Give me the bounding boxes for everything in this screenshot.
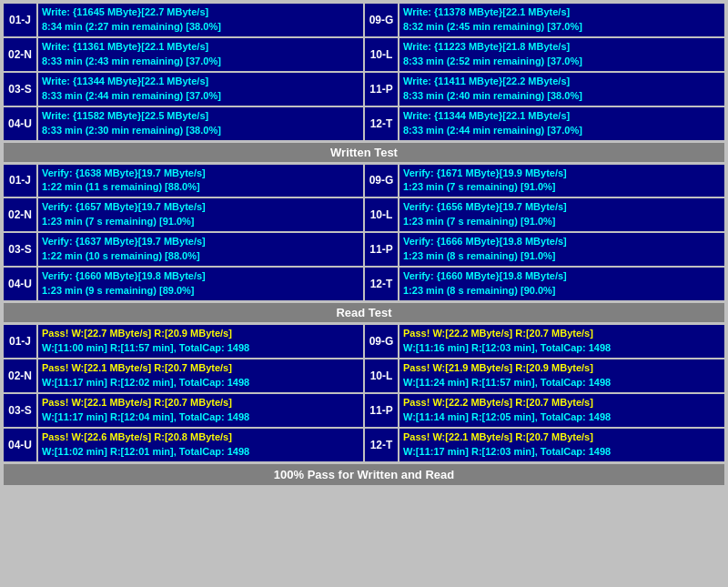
pass-line2: W:[11:16 min] R:[12:03 min], TotalCap: 1… [403, 341, 721, 356]
cell-left: 01-JPass! W:[22.7 MByte/s] R:[20.9 MByte… [4, 325, 363, 358]
drive-label: 01-J [4, 4, 38, 36]
pass-line2: W:[11:17 min] R:[12:02 min], TotalCap: 1… [42, 376, 359, 390]
drive-label: 03-S [4, 233, 38, 266]
cell-right: 12-TWrite: {11344 MByte}[22.1 MByte/s]8:… [365, 107, 724, 140]
cell-left: 04-UVerify: {1660 MByte}[19.8 MByte/s]1:… [4, 268, 363, 300]
data-line1: Write: {11344 MByte}[22.1 MByte/s] [42, 75, 359, 89]
cell-content: Write: {11411 MByte}[22.2 MByte/s]8:33 m… [399, 73, 724, 106]
cell-content: Verify: {1660 MByte}[19.8 MByte/s]1:23 m… [399, 268, 724, 300]
pass-line1: Pass! W:[22.1 MByte/s] R:[20.7 MByte/s] [42, 396, 359, 410]
table-row: 01-JWrite: {11645 MByte}[22.7 MByte/s]8:… [4, 4, 724, 36]
data-line1: Verify: {1637 MByte}[19.7 MByte/s] [42, 235, 359, 249]
cell-content: Pass! W:[22.6 MByte/s] R:[20.8 MByte/s]W… [38, 429, 363, 461]
drive-label: 02-N [4, 38, 38, 71]
read-rows: 01-JPass! W:[22.7 MByte/s] R:[20.9 MByte… [4, 325, 724, 461]
table-row: 01-JPass! W:[22.7 MByte/s] R:[20.9 MByte… [4, 325, 724, 358]
data-line1: Verify: {1660 MByte}[19.8 MByte/s] [42, 269, 359, 284]
drive-label: 04-U [4, 429, 38, 461]
cell-right: 09-GVerify: {1671 MByte}[19.9 MByte/s]1:… [365, 165, 724, 197]
table-row: 03-SPass! W:[22.1 MByte/s] R:[20.7 MByte… [4, 394, 724, 427]
data-line1: Write: {11344 MByte}[22.1 MByte/s] [403, 109, 721, 124]
cell-content: Pass! W:[22.7 MByte/s] R:[20.9 MByte/s]W… [38, 325, 363, 358]
cell-right: 10-LWrite: {11223 MByte}[21.8 MByte/s]8:… [365, 38, 724, 71]
cell-content: Write: {11223 MByte}[21.8 MByte/s]8:33 m… [399, 38, 724, 71]
cell-left: 02-NVerify: {1657 MByte}[19.7 MByte/s]1:… [4, 198, 363, 231]
cell-content: Pass! W:[22.2 MByte/s] R:[20.7 MByte/s]W… [399, 394, 724, 427]
table-row: 01-JVerify: {1638 MByte}[19.7 MByte/s]1:… [4, 165, 724, 197]
table-row: 04-UVerify: {1660 MByte}[19.8 MByte/s]1:… [4, 268, 724, 300]
pass-line1: Pass! W:[22.7 MByte/s] R:[20.9 MByte/s] [42, 327, 359, 341]
drive-label: 02-N [4, 198, 38, 231]
cell-content: Pass! W:[22.1 MByte/s] R:[20.7 MByte/s]W… [38, 359, 363, 392]
cell-left: 03-SPass! W:[22.1 MByte/s] R:[20.7 MByte… [4, 394, 363, 427]
cell-content: Verify: {1638 MByte}[19.7 MByte/s]1:22 m… [38, 165, 363, 197]
bottom-bar: 100% Pass for Written and Read [4, 464, 724, 485]
cell-content: Verify: {1666 MByte}[19.8 MByte/s]1:23 m… [399, 233, 724, 266]
cell-right: 11-PWrite: {11411 MByte}[22.2 MByte/s]8:… [365, 73, 724, 106]
pass-line1: Pass! W:[21.9 MByte/s] R:[20.9 MByte/s] [403, 361, 721, 376]
drive-label: 10-L [365, 38, 399, 71]
data-line1: Write: {11582 MByte}[22.5 MByte/s] [42, 109, 359, 124]
cell-left: 02-NPass! W:[22.1 MByte/s] R:[20.7 MByte… [4, 359, 363, 392]
data-line2: 8:33 min (2:40 min remaining) [38.0%] [403, 89, 721, 104]
data-line2: 8:33 min (2:44 min remaining) [37.0%] [42, 89, 359, 104]
drive-label: 12-T [365, 268, 399, 300]
data-line1: Verify: {1657 MByte}[19.7 MByte/s] [42, 200, 359, 215]
cell-content: Write: {11344 MByte}[22.1 MByte/s]8:33 m… [38, 73, 363, 106]
cell-right: 11-PPass! W:[22.2 MByte/s] R:[20.7 MByte… [365, 394, 724, 427]
data-line2: 1:23 min (7 s remaining) [91.0%] [403, 180, 721, 195]
verify-rows: 01-JVerify: {1638 MByte}[19.7 MByte/s]1:… [4, 165, 724, 301]
pass-line2: W:[11:02 min] R:[12:01 min], TotalCap: 1… [42, 445, 359, 460]
data-line2: 8:32 min (2:45 min remaining) [37.0%] [403, 20, 721, 35]
data-line2: 1:23 min (9 s remaining) [89.0%] [42, 284, 359, 299]
cell-right: 09-GPass! W:[22.2 MByte/s] R:[20.7 MByte… [365, 325, 724, 358]
data-line1: Write: {11378 MByte}[22.1 MByte/s] [403, 5, 721, 20]
written-test-header: Written Test [4, 143, 724, 162]
drive-label: 02-N [4, 359, 38, 392]
cell-content: Pass! W:[21.9 MByte/s] R:[20.9 MByte/s]W… [399, 359, 724, 392]
data-line2: 8:33 min (2:44 min remaining) [37.0%] [403, 124, 721, 138]
cell-content: Verify: {1637 MByte}[19.7 MByte/s]1:22 m… [38, 233, 363, 266]
drive-label: 01-J [4, 325, 38, 358]
data-line1: Write: {11411 MByte}[22.2 MByte/s] [403, 75, 721, 89]
data-line2: 1:22 min (11 s remaining) [88.0%] [42, 180, 359, 195]
data-line2: 1:22 min (10 s remaining) [88.0%] [42, 249, 359, 264]
cell-content: Pass! W:[22.1 MByte/s] R:[20.7 MByte/s]W… [399, 429, 724, 461]
cell-right: 11-PVerify: {1666 MByte}[19.8 MByte/s]1:… [365, 233, 724, 266]
drive-label: 10-L [365, 359, 399, 392]
data-line2: 8:33 min (2:52 min remaining) [37.0%] [403, 55, 721, 69]
cell-right: 10-LVerify: {1656 MByte}[19.7 MByte/s]1:… [365, 198, 724, 231]
cell-content: Verify: {1671 MByte}[19.9 MByte/s]1:23 m… [399, 165, 724, 197]
drive-label: 12-T [365, 107, 399, 140]
cell-content: Verify: {1660 MByte}[19.8 MByte/s]1:23 m… [38, 268, 363, 300]
data-line2: 8:33 min (2:30 min remaining) [38.0%] [42, 124, 359, 138]
pass-line2: W:[11:00 min] R:[11:57 min], TotalCap: 1… [42, 341, 359, 356]
pass-line2: W:[11:24 min] R:[11:57 min], TotalCap: 1… [403, 376, 721, 390]
cell-right: 12-TVerify: {1660 MByte}[19.8 MByte/s]1:… [365, 268, 724, 300]
drive-label: 11-P [365, 233, 399, 266]
table-row: 04-UPass! W:[22.6 MByte/s] R:[20.8 MByte… [4, 429, 724, 461]
cell-left: 02-NWrite: {11361 MByte}[22.1 MByte/s]8:… [4, 38, 363, 71]
cell-content: Write: {11344 MByte}[22.1 MByte/s]8:33 m… [399, 107, 724, 140]
pass-line1: Pass! W:[22.2 MByte/s] R:[20.7 MByte/s] [403, 327, 721, 341]
drive-label: 04-U [4, 107, 38, 140]
main-container: 01-JWrite: {11645 MByte}[22.7 MByte/s]8:… [0, 0, 728, 489]
cell-left: 01-JVerify: {1638 MByte}[19.7 MByte/s]1:… [4, 165, 363, 197]
pass-line1: Pass! W:[22.1 MByte/s] R:[20.7 MByte/s] [403, 430, 721, 445]
cell-content: Write: {11582 MByte}[22.5 MByte/s]8:33 m… [38, 107, 363, 140]
pass-line1: Pass! W:[22.2 MByte/s] R:[20.7 MByte/s] [403, 396, 721, 410]
pass-line2: W:[11:14 min] R:[12:05 min], TotalCap: 1… [403, 410, 721, 425]
data-line1: Verify: {1666 MByte}[19.8 MByte/s] [403, 235, 721, 249]
drive-label: 01-J [4, 165, 38, 197]
cell-left: 03-SWrite: {11344 MByte}[22.1 MByte/s]8:… [4, 73, 363, 106]
data-line1: Write: {11361 MByte}[22.1 MByte/s] [42, 40, 359, 55]
data-line1: Verify: {1656 MByte}[19.7 MByte/s] [403, 200, 721, 215]
cell-content: Pass! W:[22.2 MByte/s] R:[20.7 MByte/s]W… [399, 325, 724, 358]
data-line2: 1:23 min (8 s remaining) [90.0%] [403, 284, 721, 299]
verify-section: 01-JVerify: {1638 MByte}[19.7 MByte/s]1:… [4, 165, 724, 323]
cell-left: 03-SVerify: {1637 MByte}[19.7 MByte/s]1:… [4, 233, 363, 266]
cell-right: 10-LPass! W:[21.9 MByte/s] R:[20.9 MByte… [365, 359, 724, 392]
pass-line1: Pass! W:[22.1 MByte/s] R:[20.7 MByte/s] [42, 361, 359, 376]
drive-label: 12-T [365, 429, 399, 461]
data-line2: 8:33 min (2:43 min remaining) [37.0%] [42, 55, 359, 69]
